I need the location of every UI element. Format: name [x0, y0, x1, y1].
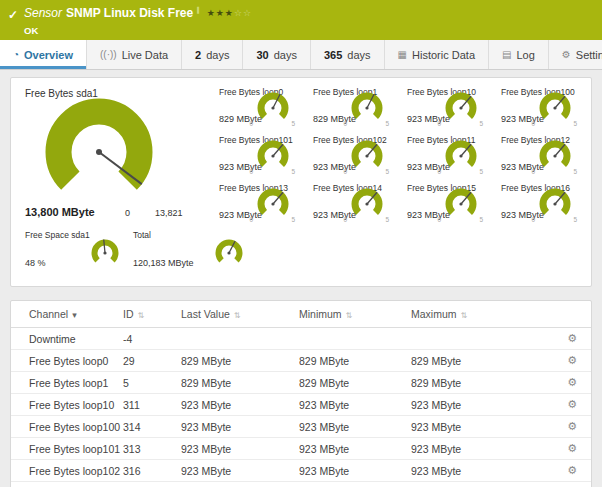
gauge-free-bytes-loop100[interactable]: Free Bytes loop100923 MByte05	[493, 82, 587, 130]
cell-maximum: 829 MByte	[411, 350, 523, 372]
priority-star[interactable]: ☆	[234, 8, 243, 18]
channel-settings-icon[interactable]: ⚙	[567, 420, 577, 432]
gauge-value: 923 MByte	[219, 162, 262, 172]
channel-settings-icon[interactable]: ⚙	[567, 464, 577, 476]
cell-last-value: 923 MByte	[181, 460, 299, 482]
tab-label: Log	[516, 49, 534, 61]
gauge-value: 923 MByte	[407, 162, 450, 172]
cell-channel: Downtime	[11, 328, 123, 350]
gauge-value: 923 MByte	[407, 114, 450, 124]
cell-minimum: 923 MByte	[299, 482, 411, 487]
tab-2-days[interactable]: 2days	[182, 40, 243, 69]
priority-star[interactable]: ☆	[243, 8, 252, 18]
cell-minimum	[299, 328, 411, 350]
gauges-panel: Free Bytes sda1 13,800 MByte 0 13,821 Fr…	[10, 77, 592, 287]
gauge-scale-min: 0	[437, 216, 441, 223]
gauge-dial	[215, 239, 243, 267]
priority-star[interactable]: ★	[207, 8, 216, 18]
cell-id: 316	[123, 460, 181, 482]
gauge-value: 829 MByte	[219, 114, 262, 124]
cell-maximum: 923 MByte	[411, 438, 523, 460]
priority-star[interactable]: ★	[216, 8, 225, 18]
cell-id: 5	[123, 372, 181, 394]
cell-minimum: 923 MByte	[299, 394, 411, 416]
channel-settings-icon[interactable]: ⚙	[567, 376, 577, 388]
big-gauge	[45, 98, 153, 206]
gauge-free-bytes-loop0[interactable]: Free Bytes loop0829 MByte05	[211, 82, 305, 130]
channel-settings-icon[interactable]: ⚙	[567, 442, 577, 454]
gauge-free-bytes-loop16[interactable]: Free Bytes loop16923 MByte05	[493, 178, 587, 226]
tab-bar: ◔Overview((·))Live Data2days30days365day…	[0, 40, 602, 70]
gauge-total[interactable]: Total120,183 MByte	[133, 228, 245, 276]
gauge-free-bytes-loop15[interactable]: Free Bytes loop15923 MByte05	[399, 178, 493, 226]
tab-log[interactable]: ▤Log	[489, 40, 549, 69]
gauge-scale-max: 5	[479, 120, 483, 127]
table-row-free-bytes-loop101: Free Bytes loop101313923 MByte923 MByte9…	[11, 438, 591, 460]
sort-down-icon: ▾	[72, 310, 77, 320]
channel-settings-icon[interactable]: ⚙	[567, 354, 577, 366]
cell-channel: Free Bytes loop10	[11, 394, 123, 416]
gauge-scale-min: 0	[343, 216, 347, 223]
column-header-last-value[interactable]: Last Value⇅	[181, 301, 299, 328]
cell-actions: ⚙	[523, 438, 591, 460]
cell-id: 29	[123, 350, 181, 372]
tab-label: days	[347, 49, 370, 61]
gauge-scale-min: 0	[531, 120, 535, 127]
tab-historic-data[interactable]: ▦Historic Data	[385, 40, 489, 69]
tab-settings[interactable]: ⚙Settings	[549, 40, 602, 69]
cell-channel: Free Bytes loop0	[11, 350, 123, 372]
tab-live-data[interactable]: ((·))Live Data	[87, 40, 182, 69]
column-header-id[interactable]: ID⇅	[123, 301, 181, 328]
gauge-free-bytes-loop14[interactable]: Free Bytes loop14923 MByte05	[305, 178, 399, 226]
cell-channel: Free Bytes loop11	[11, 482, 123, 487]
gauge-label: Free Space sda1	[25, 230, 90, 240]
gauge-scale-min: 0	[249, 216, 253, 223]
gauge-free-bytes-loop102[interactable]: Free Bytes loop102923 MByte05	[305, 130, 399, 178]
content-area: Free Bytes sda1 13,800 MByte 0 13,821 Fr…	[0, 70, 602, 487]
gauge-scale-max: 5	[479, 168, 483, 175]
gauge-scale-max: 5	[573, 120, 577, 127]
tab-overview[interactable]: ◔Overview	[0, 40, 87, 69]
column-header-channel[interactable]: Channel▾	[11, 301, 123, 328]
big-gauge-value: 13,800 MByte	[25, 206, 95, 218]
tab-30-days[interactable]: 30days	[243, 40, 311, 69]
sort-both-icon: ⇅	[461, 311, 468, 320]
column-label: ID	[123, 308, 134, 320]
tab-label: Historic Data	[412, 49, 475, 61]
gauge-label: Total	[133, 230, 151, 240]
priority-stars[interactable]: ★★★☆☆	[207, 8, 252, 18]
cell-last-value	[181, 328, 299, 350]
gauge-scale-min: 0	[531, 216, 535, 223]
column-label: Last Value	[181, 308, 230, 320]
gauge-free-bytes-loop11[interactable]: Free Bytes loop11923 MByte05	[399, 130, 493, 178]
gauge-free-bytes-loop13[interactable]: Free Bytes loop13923 MByte05	[211, 178, 305, 226]
priority-star[interactable]: ★	[225, 8, 234, 18]
gauge-free-space-sda1[interactable]: Free Space sda148 %	[25, 228, 121, 276]
cell-actions: ⚙	[523, 350, 591, 372]
cell-actions: ⚙	[523, 482, 591, 487]
cell-channel: Free Bytes loop102	[11, 460, 123, 482]
pause-icon[interactable]: ∥	[196, 6, 200, 13]
tab-365-days[interactable]: 365days	[311, 40, 385, 69]
gauge-value: 923 MByte	[219, 210, 262, 220]
big-gauge-foot: 13,800 MByte 0 13,821	[25, 206, 220, 220]
gauge-free-bytes-loop12[interactable]: Free Bytes loop12923 MByte05	[493, 130, 587, 178]
cell-channel: Free Bytes loop101	[11, 438, 123, 460]
gauge-free-bytes-loop10[interactable]: Free Bytes loop10923 MByte05	[399, 82, 493, 130]
gauge-free-bytes-loop101[interactable]: Free Bytes loop101923 MByte05	[211, 130, 305, 178]
cell-minimum: 829 MByte	[299, 372, 411, 394]
column-header-maximum[interactable]: Maximum⇅	[411, 301, 523, 328]
cell-last-value: 923 MByte	[181, 394, 299, 416]
gauge-scale-min: 0	[343, 168, 347, 175]
chart-icon: ▦	[398, 49, 407, 60]
table-row-free-bytes-loop0: Free Bytes loop029829 MByte829 MByte829 …	[11, 350, 591, 372]
gauge-free-bytes-loop1[interactable]: Free Bytes loop1829 MByte05	[305, 82, 399, 130]
channel-table-panel: Channel▾ID⇅Last Value⇅Minimum⇅Maximum⇅ D…	[10, 300, 592, 487]
cell-maximum: 923 MByte	[411, 394, 523, 416]
gauge-scale-min: 0	[437, 168, 441, 175]
cell-id: 313	[123, 438, 181, 460]
big-gauge-scale-min: 0	[125, 208, 130, 218]
channel-settings-icon[interactable]: ⚙	[567, 332, 577, 344]
channel-settings-icon[interactable]: ⚙	[567, 398, 577, 410]
column-header-minimum[interactable]: Minimum⇅	[299, 301, 411, 328]
